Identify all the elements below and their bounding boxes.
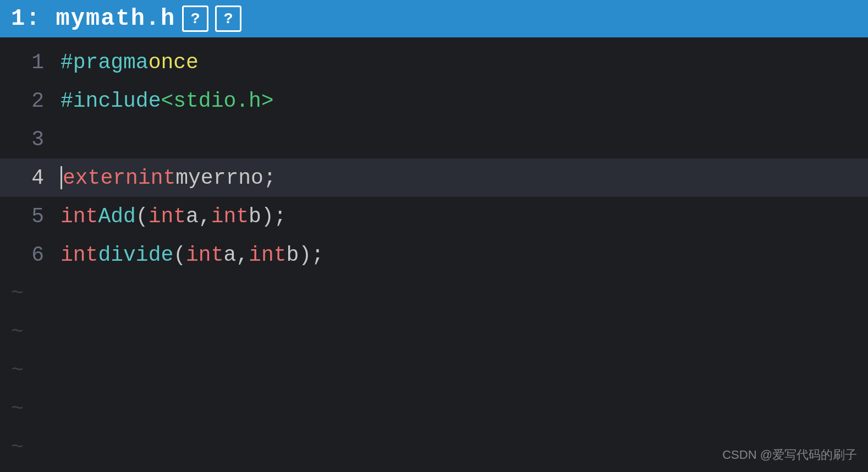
code-line-5: 5int Add(int a,int b);	[0, 197, 868, 235]
tilde-char: ~	[11, 282, 24, 305]
code-token: int	[211, 205, 249, 228]
code-content-1: #pragma once	[61, 51, 199, 74]
line-number-5: 5	[11, 205, 44, 228]
code-token: int	[61, 243, 98, 267]
code-content-4: extern int myerrno;	[61, 166, 276, 190]
text-cursor	[61, 166, 62, 189]
code-token: #pragma	[61, 51, 149, 74]
code-content-6: int divide(int a,int b);	[61, 243, 324, 267]
code-content-2: #include <stdio.h>	[61, 89, 274, 113]
tilde-line-3: ~	[0, 351, 868, 389]
watermark: CSDN @爱写代码的刷子	[722, 447, 857, 463]
tilde-char: ~	[11, 397, 24, 421]
code-content-5: int Add(int a,int b);	[61, 205, 287, 228]
code-token: b);	[287, 243, 324, 267]
code-token: #include	[61, 89, 161, 113]
code-line-1: 1#pragma once	[0, 43, 868, 81]
code-token: int	[186, 243, 223, 267]
code-token: int	[149, 205, 186, 228]
tilde-char: ~	[11, 320, 24, 344]
code-line-6: 6int divide(int a,int b);	[0, 235, 868, 274]
line-number-1: 1	[11, 51, 44, 74]
code-area[interactable]: 1#pragma once2#include <stdio.h>34extern…	[0, 37, 868, 472]
line-number-2: 2	[11, 89, 44, 113]
code-token: int	[138, 166, 175, 190]
code-token: Add	[98, 205, 135, 228]
title-text: 1: mymath.h	[11, 6, 175, 32]
code-token: int	[61, 205, 98, 228]
title-bar: 1: mymath.h ? ?	[0, 0, 868, 37]
title-icon-2[interactable]: ?	[215, 6, 241, 32]
code-token: once	[149, 51, 199, 74]
tilde-line-1: ~	[0, 274, 868, 312]
tilde-char: ~	[11, 359, 24, 382]
code-token: (	[173, 243, 186, 267]
code-token: extern	[63, 166, 138, 190]
code-line-4: 4extern int myerrno;	[0, 158, 868, 197]
editor-container: 1: mymath.h ? ? 1#pragma once2#include <…	[0, 0, 868, 472]
line-number-6: 6	[11, 243, 44, 267]
code-token: int	[249, 243, 286, 267]
code-line-2: 2#include <stdio.h>	[0, 81, 868, 120]
tilde-line-4: ~	[0, 389, 868, 428]
code-token: (	[136, 205, 149, 228]
tilde-char: ~	[11, 436, 24, 459]
code-token: divide	[98, 243, 173, 267]
line-number-3: 3	[11, 128, 44, 151]
code-token: myerrno;	[175, 166, 276, 190]
code-token: a,	[186, 205, 211, 228]
title-icon-1[interactable]: ?	[182, 6, 208, 32]
code-token: a,	[223, 243, 249, 267]
line-number-4: 4	[11, 166, 44, 190]
tilde-line-2: ~	[0, 312, 868, 351]
code-token: b);	[249, 205, 286, 228]
code-token: <stdio.h>	[161, 89, 273, 113]
code-line-3: 3	[0, 120, 868, 158]
